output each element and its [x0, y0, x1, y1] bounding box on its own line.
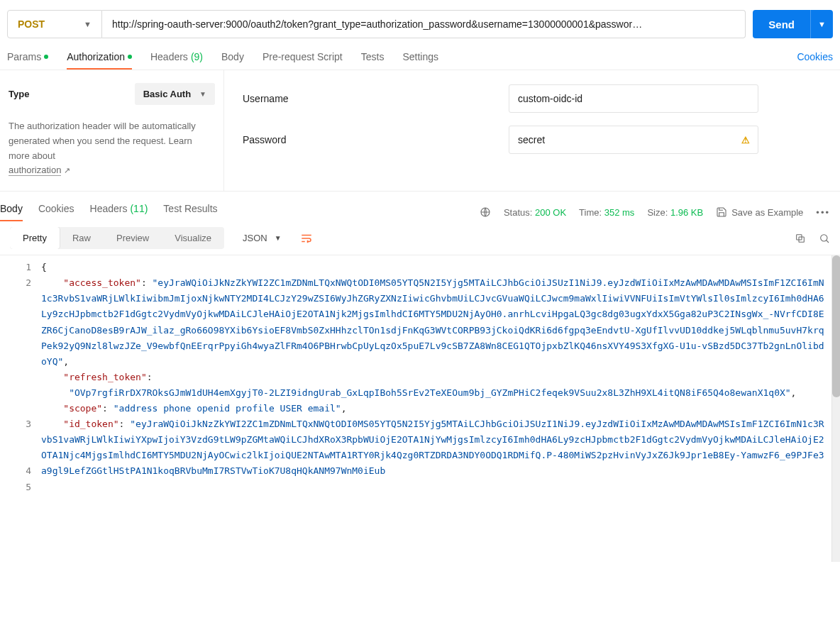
method-value: POST	[18, 18, 45, 30]
more-icon[interactable]: •••	[816, 207, 830, 218]
auth-learn-link[interactable]: authorization	[9, 165, 61, 176]
tab-headers[interactable]: Headers (9)	[150, 51, 203, 70]
auth-description: The authorization header will be automat…	[9, 119, 215, 178]
tab-prerequest[interactable]: Pre-request Script	[262, 51, 343, 70]
username-label: Username	[243, 93, 509, 104]
auth-type-select[interactable]: Basic Auth ▼	[135, 83, 215, 105]
globe-icon[interactable]	[480, 206, 491, 218]
password-input[interactable]	[509, 126, 758, 154]
tab-authorization[interactable]: Authorization	[67, 51, 132, 70]
scrollbar[interactable]	[831, 255, 840, 562]
view-preview[interactable]: Preview	[104, 227, 162, 249]
view-raw[interactable]: Raw	[60, 227, 104, 249]
send-button[interactable]: Send	[753, 10, 810, 38]
copy-icon[interactable]	[795, 233, 806, 244]
tab-params[interactable]: Params	[7, 51, 48, 70]
wrap-lines-icon[interactable]	[294, 228, 319, 249]
chevron-down-icon: ▼	[84, 20, 92, 28]
chevron-down-icon: ▼	[275, 234, 282, 242]
warning-icon: ⚠	[741, 135, 750, 145]
cookies-link[interactable]: Cookies	[797, 51, 833, 70]
password-label: Password	[243, 134, 509, 145]
dot-icon	[44, 55, 48, 59]
method-select[interactable]: POST ▼	[7, 10, 102, 38]
status-block: Status: 200 OK	[504, 207, 566, 218]
resp-tab-headers[interactable]: Headers (11)	[90, 203, 148, 221]
search-icon[interactable]	[819, 233, 830, 244]
resp-tab-testresults[interactable]: Test Results	[163, 203, 217, 221]
chevron-down-icon: ▼	[199, 90, 206, 98]
line-gutter: 1 2 3 4 5	[0, 255, 41, 562]
chevron-down-icon: ▼	[818, 20, 826, 28]
save-example-button[interactable]: Save as Example	[716, 206, 803, 218]
svg-point-3	[821, 234, 827, 240]
tab-settings[interactable]: Settings	[402, 51, 438, 70]
auth-type-label: Type	[9, 89, 29, 99]
language-select[interactable]: JSON ▼	[234, 227, 290, 249]
tab-tests[interactable]: Tests	[361, 51, 385, 70]
response-body[interactable]: { "access_token": "eyJraWQiOiJkNzZkYWI2Z…	[41, 255, 831, 562]
view-pretty[interactable]: Pretty	[10, 227, 60, 249]
time-block: Time: 352 ms	[579, 207, 634, 218]
url-input[interactable]	[102, 10, 746, 38]
resp-tab-cookies[interactable]: Cookies	[38, 203, 74, 221]
tab-body[interactable]: Body	[221, 51, 244, 70]
username-input[interactable]	[509, 84, 758, 113]
dot-icon	[128, 55, 132, 59]
size-block: Size: 1.96 KB	[647, 207, 703, 218]
send-dropdown[interactable]: ▼	[810, 10, 833, 38]
resp-tab-body[interactable]: Body	[0, 203, 23, 221]
view-visualize[interactable]: Visualize	[162, 227, 224, 249]
external-link-icon: ↗	[64, 166, 70, 175]
